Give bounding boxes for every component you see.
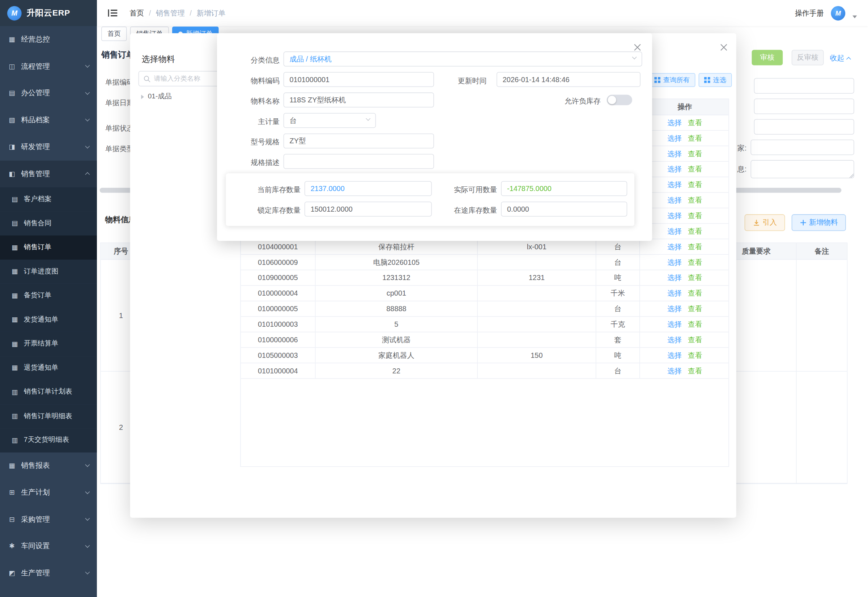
view-link[interactable]: 查看 bbox=[688, 350, 702, 360]
sidebar-item-sales-order[interactable]: ▦ 销售订单 bbox=[0, 236, 97, 260]
add-material-button[interactable]: 新增物料 bbox=[792, 214, 846, 231]
sidebar-item-invoice-settlement[interactable]: ▦ 开票结算单 bbox=[0, 332, 97, 356]
select-link[interactable]: 选择 bbox=[667, 164, 682, 174]
spec-desc-input[interactable] bbox=[284, 154, 434, 169]
sidebar-item-business-overview[interactable]: ▦ 经营总控 bbox=[0, 26, 97, 53]
view-link[interactable]: 查看 bbox=[688, 133, 702, 143]
select-link[interactable]: 选择 bbox=[667, 226, 682, 236]
page-title: 销售订单 bbox=[101, 50, 135, 61]
view-link[interactable]: 查看 bbox=[688, 164, 702, 174]
avatar[interactable]: M bbox=[831, 6, 845, 20]
select-link[interactable]: 选择 bbox=[667, 117, 682, 128]
order-field-input-3[interactable] bbox=[754, 119, 854, 135]
material-name-input[interactable] bbox=[284, 93, 434, 107]
available-stock-input[interactable] bbox=[501, 181, 627, 196]
row-ops: 选择查看 bbox=[640, 208, 729, 223]
sidebar-item-sales-order-plan[interactable]: ▥ 销售订单计划表 bbox=[0, 380, 97, 404]
sidebar-item-return-notice[interactable]: ▦ 退货通知单 bbox=[0, 356, 97, 380]
sidebar-item-sales-order-detail[interactable]: ▥ 销售订单明细表 bbox=[0, 404, 97, 428]
view-link[interactable]: 查看 bbox=[688, 180, 702, 190]
order-field-input-1[interactable] bbox=[754, 78, 854, 94]
select-link[interactable]: 选择 bbox=[667, 304, 682, 314]
locked-stock-input[interactable] bbox=[305, 202, 432, 216]
sidebar-item-workshop-settings[interactable]: ✱ 车间设置 bbox=[0, 533, 97, 559]
office-icon: ▤ bbox=[7, 89, 16, 97]
select-link[interactable]: 选择 bbox=[667, 180, 682, 190]
sidebar-item-customer-archives[interactable]: ▤ 客户档案 bbox=[0, 187, 97, 211]
select-link[interactable]: 选择 bbox=[667, 195, 682, 205]
manual-link[interactable]: 操作手册 bbox=[795, 8, 824, 18]
updated-time-input[interactable] bbox=[496, 72, 640, 87]
select-link[interactable]: 选择 bbox=[667, 273, 682, 283]
unaudit-button[interactable]: 反审核 bbox=[792, 50, 824, 65]
view-link[interactable]: 查看 bbox=[688, 304, 702, 314]
category-select[interactable]: 成品 / 纸杯机 bbox=[284, 51, 642, 66]
transit-stock-input[interactable] bbox=[501, 202, 627, 216]
breadcrumb-sales-mgmt[interactable]: 销售管理 bbox=[156, 8, 185, 18]
view-link[interactable]: 查看 bbox=[688, 149, 702, 159]
view-link[interactable]: 查看 bbox=[688, 335, 702, 345]
sidebar-item-production-mgmt[interactable]: ◩ 生产管理 bbox=[0, 560, 97, 587]
tree-caret-icon bbox=[141, 94, 144, 99]
view-link[interactable]: 查看 bbox=[688, 366, 702, 376]
modal-close-button[interactable] bbox=[718, 42, 729, 52]
user-menu-caret-icon[interactable] bbox=[852, 16, 857, 18]
sidebar-item-label: 销售订单明细表 bbox=[24, 411, 89, 421]
partner-field-input[interactable] bbox=[751, 140, 854, 155]
audit-button[interactable]: 审核 bbox=[752, 50, 783, 65]
sidebar-item-production-plan[interactable]: ⊞ 生产计划 bbox=[0, 479, 97, 506]
order-field-input-2[interactable] bbox=[754, 98, 854, 114]
sidebar-item-7day-delivery-detail[interactable]: ▥ 7天交货明细表 bbox=[0, 428, 97, 452]
select-link[interactable]: 选择 bbox=[667, 149, 682, 159]
sidebar-item-order-progress[interactable]: ▦ 订单进度图 bbox=[0, 260, 97, 284]
tab-home[interactable]: 首页 bbox=[101, 27, 127, 41]
multi-select-button[interactable]: 连选 bbox=[699, 73, 732, 87]
current-stock-input[interactable] bbox=[305, 181, 432, 196]
select-link[interactable]: 选择 bbox=[667, 133, 682, 143]
main-unit-select[interactable]: 台 bbox=[284, 113, 376, 128]
detail-close-button[interactable] bbox=[632, 42, 642, 52]
info-textarea[interactable] bbox=[751, 160, 854, 178]
select-link[interactable]: 选择 bbox=[667, 211, 682, 221]
view-link[interactable]: 查看 bbox=[688, 226, 702, 236]
sidebar-item-material-archives[interactable]: ▧ 料品档案 bbox=[0, 107, 97, 134]
select-link[interactable]: 选择 bbox=[667, 350, 682, 360]
sidebar-item-office-mgmt[interactable]: ▤ 办公管理 bbox=[0, 80, 97, 106]
sidebar-item-purchase-mgmt[interactable]: ⊟ 采购管理 bbox=[0, 506, 97, 533]
view-link[interactable]: 查看 bbox=[688, 195, 702, 205]
sidebar-item-shipping-notice[interactable]: ▦ 发货通知单 bbox=[0, 307, 97, 332]
model-spec-input[interactable] bbox=[284, 134, 434, 149]
allow-negative-toggle[interactable] bbox=[607, 95, 632, 105]
view-link[interactable]: 查看 bbox=[688, 242, 702, 252]
sidebar-item-process-mgmt[interactable]: ◫ 流程管理 bbox=[0, 53, 97, 80]
view-link[interactable]: 查看 bbox=[688, 319, 702, 329]
locked-stock-label: 锁定库存数量 bbox=[234, 205, 301, 215]
collapse-panel-link[interactable]: 收起 bbox=[829, 53, 850, 63]
collapse-sidebar-button[interactable] bbox=[108, 9, 117, 17]
select-link[interactable]: 选择 bbox=[667, 366, 682, 376]
select-link[interactable]: 选择 bbox=[667, 319, 682, 329]
select-link[interactable]: 选择 bbox=[667, 335, 682, 345]
view-link[interactable]: 查看 bbox=[688, 117, 702, 128]
sidebar-item-clipped[interactable]: ⊡ bbox=[0, 587, 97, 597]
select-link[interactable]: 选择 bbox=[667, 242, 682, 252]
select-link[interactable]: 选择 bbox=[667, 257, 682, 267]
material-row: 0106000009 电脑20260105 台 选择查看 bbox=[241, 255, 729, 270]
view-link[interactable]: 查看 bbox=[688, 273, 702, 283]
select-link[interactable]: 选择 bbox=[667, 288, 682, 298]
table-icon: ▦ bbox=[10, 316, 19, 324]
breadcrumb-home[interactable]: 首页 bbox=[129, 8, 144, 18]
material-code-input[interactable] bbox=[284, 72, 434, 87]
import-button[interactable]: 引入 bbox=[745, 214, 785, 231]
sidebar-item-rd-mgmt[interactable]: ◨ 研发管理 bbox=[0, 134, 97, 160]
sidebar-item-sales-contract[interactable]: ▤ 销售合同 bbox=[0, 211, 97, 236]
view-link[interactable]: 查看 bbox=[688, 257, 702, 267]
textarea-resize-handle[interactable] bbox=[849, 173, 853, 178]
sidebar-item-sales-report[interactable]: ▦ 销售报表 bbox=[0, 452, 97, 479]
view-link[interactable]: 查看 bbox=[688, 288, 702, 298]
sidebar-item-stock-prep-order[interactable]: ▦ 备货订单 bbox=[0, 284, 97, 308]
view-link[interactable]: 查看 bbox=[688, 211, 702, 221]
query-all-button[interactable]: 查询所有 bbox=[649, 73, 696, 87]
category-tree-node[interactable]: 01-成品 bbox=[141, 92, 172, 101]
sidebar-item-sales-mgmt[interactable]: ◧ 销售管理 bbox=[0, 160, 97, 187]
